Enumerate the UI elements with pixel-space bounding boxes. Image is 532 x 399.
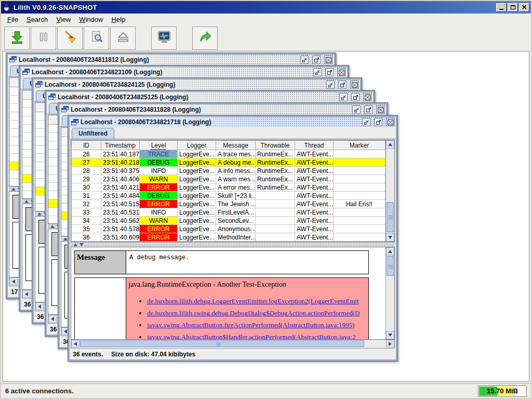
cell-id[interactable]: 29 <box>72 175 101 183</box>
cell-message[interactable]: A info mess... <box>216 167 256 175</box>
cell-thread[interactable]: AWT-Event... <box>295 233 334 242</box>
cell-logger[interactable]: LoggerEve... <box>178 167 216 175</box>
scroll-down-button[interactable] <box>386 233 394 242</box>
cell-marker[interactable] <box>334 175 385 183</box>
cell-thread[interactable]: AWT-Event... <box>295 150 334 158</box>
column-header-id[interactable]: ID <box>72 141 101 150</box>
internal-close-button[interactable] <box>363 93 371 101</box>
cell-timestamp[interactable]: 23:51:40.421 <box>101 183 140 192</box>
stack-trace-link[interactable]: de.huxhorn.lilith.debug.LoggerEventEmitt… <box>147 297 359 305</box>
menu-view[interactable]: View <box>53 15 76 24</box>
app-title-bar[interactable]: Lilith V0.9.26-SNAPSHOT ✕ <box>1 1 531 14</box>
internal-window-title-bar[interactable]: Localhorst - 20080406T234825125 (Logging… <box>47 92 373 102</box>
cell-marker[interactable] <box>334 192 385 200</box>
cell-level[interactable]: INFO <box>140 208 178 217</box>
cell-timestamp[interactable]: 23:51:40.406 <box>101 175 140 183</box>
cell-level[interactable]: WARN <box>140 175 178 183</box>
internal-maximize-button[interactable] <box>312 56 321 64</box>
disconnect-button[interactable] <box>110 26 136 50</box>
column-header-timestamp[interactable]: Timestamp <box>101 141 140 150</box>
cell-message[interactable]: A trace mes... <box>216 150 256 158</box>
pause-button[interactable] <box>31 26 56 50</box>
statistics-button[interactable] <box>151 26 177 50</box>
cell-throwable[interactable]: RuntimeEx... <box>256 175 295 183</box>
cell-level[interactable]: ERROR <box>140 233 178 242</box>
cell-id[interactable]: 36 <box>72 233 101 242</box>
collapse-up-icon[interactable] <box>11 188 16 191</box>
cell-marker[interactable] <box>334 217 385 225</box>
internal-close-button[interactable] <box>324 56 332 64</box>
cell-id[interactable]: 26 <box>72 150 101 158</box>
table-row[interactable]: 3623:51:40.609ERRORLoggerEve...MethodInt… <box>72 233 385 242</box>
internal-maximize-button[interactable] <box>351 93 360 101</box>
cell-thread[interactable]: AWT-Event... <box>295 208 334 217</box>
cell-marker[interactable]: Hail Eris!! <box>334 200 385 208</box>
cell-marker[interactable] <box>334 158 385 167</box>
cell-throwable[interactable] <box>256 225 295 233</box>
cell-thread[interactable]: AWT-Event... <box>295 200 334 208</box>
cell-throwable[interactable]: RuntimeEx... <box>256 167 295 175</box>
internal-close-button[interactable] <box>386 118 394 126</box>
internal-minimize-button[interactable] <box>300 56 309 64</box>
internal-minimize-button[interactable] <box>362 118 370 126</box>
menu-search[interactable]: Search <box>23 15 53 24</box>
cell-message[interactable]: Anonymous... <box>216 225 256 233</box>
table-row[interactable]: 3023:51:40.421ERRORLoggerEve...A error m… <box>72 183 385 192</box>
internal-maximize-button[interactable] <box>374 118 382 126</box>
cell-marker[interactable] <box>334 208 385 217</box>
internal-close-button[interactable] <box>337 68 345 76</box>
cell-thread[interactable]: AWT-Event... <box>295 225 334 233</box>
cell-throwable[interactable] <box>256 233 295 242</box>
cell-thread[interactable]: AWT-Event... <box>295 167 334 175</box>
cell-message[interactable]: A debug me... <box>216 158 256 167</box>
internal-maximize-button[interactable] <box>338 81 347 89</box>
internal-minimize-button[interactable] <box>313 68 322 76</box>
scroll-left-button[interactable] <box>22 290 31 298</box>
scroll-left-button[interactable] <box>71 340 79 348</box>
cell-marker[interactable] <box>334 225 385 233</box>
internal-window-title-bar[interactable]: Localhorst - 20080406T234821718 (Logging… <box>70 117 396 127</box>
collapse-up-icon[interactable] <box>24 200 29 203</box>
table-row[interactable]: 2923:51:40.406WARNLoggerEve...A warn mes… <box>72 175 385 183</box>
cell-level[interactable]: TRACE <box>140 150 178 158</box>
menu-window[interactable]: Window <box>76 15 108 24</box>
cell-logger[interactable]: LoggerEve... <box>178 233 216 242</box>
internal-minimize-button[interactable] <box>326 81 335 89</box>
cell-throwable[interactable] <box>256 192 295 200</box>
cell-level[interactable]: ERROR <box>140 200 178 208</box>
column-header-marker[interactable]: Marker <box>334 141 385 150</box>
menu-file[interactable]: File <box>4 15 23 24</box>
column-header-message[interactable]: Message <box>216 141 256 150</box>
table-row[interactable]: 3123:51:40.484DEBUGLoggerEve...Skull! [+… <box>72 192 385 200</box>
detail-horizontal-scrollbar[interactable] <box>71 340 395 349</box>
cell-id[interactable]: 32 <box>72 200 101 208</box>
cell-message[interactable]: SecondLev... <box>216 217 256 225</box>
internal-maximize-button[interactable] <box>364 105 373 114</box>
cell-logger[interactable]: LoggerEve... <box>178 208 216 217</box>
cell-level[interactable]: DEBUG <box>140 158 178 167</box>
collapse-down-icon[interactable] <box>79 243 84 246</box>
stack-trace-link[interactable]: javax.swing.AbstractButton$Handler.actio… <box>147 333 355 339</box>
scroll-up-button[interactable] <box>386 140 394 149</box>
table-row[interactable]: 2823:51:40.375INFOLoggerEve...A info mes… <box>72 167 385 175</box>
table-row[interactable]: 3423:51:40.562WARNLoggerEve...SecondLev.… <box>72 217 385 225</box>
cell-id[interactable]: 28 <box>72 167 101 175</box>
column-header-logger[interactable]: Logger <box>178 141 216 150</box>
cell-message[interactable]: A warn mes... <box>216 175 256 183</box>
cell-throwable[interactable]: RuntimeEx... <box>256 183 295 192</box>
cell-marker[interactable] <box>334 183 385 192</box>
export-button[interactable] <box>192 26 218 50</box>
cell-logger[interactable]: LoggerEve... <box>178 183 216 192</box>
table-vertical-scrollbar[interactable] <box>385 140 394 242</box>
table-row[interactable]: 2723:51:40.218DEBUGLoggerEve...A debug m… <box>72 158 385 167</box>
column-header-thread[interactable]: Thread <box>295 141 334 150</box>
collapse-up-icon[interactable] <box>63 237 68 241</box>
cell-logger[interactable]: LoggerEve... <box>178 225 216 233</box>
cell-logger[interactable]: LoggerEve... <box>178 150 216 158</box>
cell-marker[interactable] <box>334 233 385 242</box>
cell-level[interactable]: ERROR <box>140 225 178 233</box>
stack-trace-link[interactable]: de.huxhorn.lilith.swing.debug.DebugDialo… <box>147 309 360 317</box>
tail-button[interactable] <box>4 26 30 50</box>
internal-window-title-bar[interactable]: Localhorst - 20080406T234811812 (Logging… <box>8 55 334 65</box>
stack-trace-link[interactable]: javax.swing.AbstractButton.fireActionPer… <box>147 321 354 329</box>
